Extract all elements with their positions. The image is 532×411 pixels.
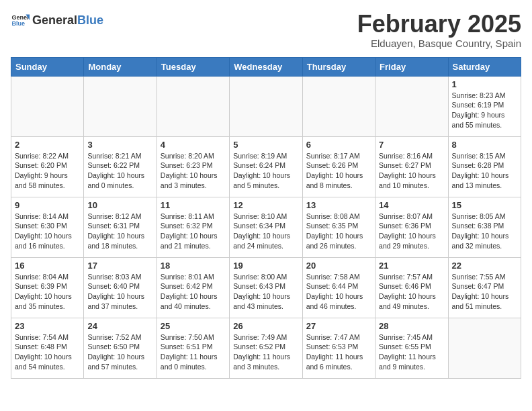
weekday-header-thursday: Thursday xyxy=(302,57,375,76)
day-number: 25 xyxy=(161,321,226,331)
day-number: 9 xyxy=(15,200,80,210)
day-info: Sunrise: 8:20 AM Sunset: 6:23 PM Dayligh… xyxy=(161,151,226,191)
day-info: Sunrise: 8:23 AM Sunset: 6:19 PM Dayligh… xyxy=(452,91,517,130)
day-info: Sunrise: 8:10 AM Sunset: 6:34 PM Dayligh… xyxy=(233,212,298,251)
day-number: 7 xyxy=(379,140,444,150)
day-info: Sunrise: 8:14 AM Sunset: 6:30 PM Dayligh… xyxy=(15,212,80,251)
calendar-cell: 13Sunrise: 8:08 AM Sunset: 6:35 PM Dayli… xyxy=(302,197,375,257)
logo-icon: General Blue xyxy=(11,11,30,30)
logo: General Blue GeneralBlue xyxy=(11,11,103,30)
calendar-cell: 5Sunrise: 8:19 AM Sunset: 6:24 PM Daylig… xyxy=(230,136,302,197)
calendar-week-5: 23Sunrise: 7:54 AM Sunset: 6:48 PM Dayli… xyxy=(11,318,521,378)
day-number: 28 xyxy=(379,321,444,331)
calendar-cell: 18Sunrise: 8:01 AM Sunset: 6:42 PM Dayli… xyxy=(157,257,229,318)
calendar-cell xyxy=(448,318,521,378)
day-info: Sunrise: 7:45 AM Sunset: 6:55 PM Dayligh… xyxy=(379,332,444,372)
day-number: 17 xyxy=(87,261,152,271)
day-info: Sunrise: 7:54 AM Sunset: 6:48 PM Dayligh… xyxy=(15,332,80,372)
calendar-cell: 21Sunrise: 7:57 AM Sunset: 6:46 PM Dayli… xyxy=(375,257,448,318)
calendar-cell: 27Sunrise: 7:47 AM Sunset: 6:53 PM Dayli… xyxy=(302,318,375,378)
day-info: Sunrise: 8:07 AM Sunset: 6:36 PM Dayligh… xyxy=(379,212,444,251)
day-info: Sunrise: 7:57 AM Sunset: 6:46 PM Dayligh… xyxy=(379,272,444,312)
day-number: 12 xyxy=(233,200,298,210)
day-number: 5 xyxy=(233,140,298,150)
day-info: Sunrise: 8:22 AM Sunset: 6:20 PM Dayligh… xyxy=(15,151,80,191)
month-title: February 2025 xyxy=(357,11,521,38)
day-number: 22 xyxy=(452,261,517,271)
calendar-cell xyxy=(11,76,84,136)
calendar-cell: 3Sunrise: 8:21 AM Sunset: 6:22 PM Daylig… xyxy=(84,136,157,197)
page-header: General Blue GeneralBlue February 2025 E… xyxy=(11,11,521,49)
day-info: Sunrise: 8:08 AM Sunset: 6:35 PM Dayligh… xyxy=(306,212,371,251)
logo-text-general: General xyxy=(32,13,77,28)
day-number: 4 xyxy=(161,140,226,150)
day-info: Sunrise: 8:19 AM Sunset: 6:24 PM Dayligh… xyxy=(233,151,298,191)
calendar-cell: 9Sunrise: 8:14 AM Sunset: 6:30 PM Daylig… xyxy=(11,197,84,257)
calendar-cell xyxy=(375,76,448,136)
day-info: Sunrise: 7:49 AM Sunset: 6:52 PM Dayligh… xyxy=(233,332,298,372)
day-info: Sunrise: 7:52 AM Sunset: 6:50 PM Dayligh… xyxy=(87,332,152,372)
day-number: 23 xyxy=(15,321,80,331)
weekday-header-monday: Monday xyxy=(84,57,157,76)
calendar-cell: 1Sunrise: 8:23 AM Sunset: 6:19 PM Daylig… xyxy=(448,76,521,136)
weekday-header-row: SundayMondayTuesdayWednesdayThursdayFrid… xyxy=(11,57,521,76)
calendar-cell xyxy=(302,76,375,136)
calendar-week-4: 16Sunrise: 8:04 AM Sunset: 6:39 PM Dayli… xyxy=(11,257,521,318)
day-number: 24 xyxy=(87,321,152,331)
calendar-cell xyxy=(157,76,229,136)
calendar-cell xyxy=(84,76,157,136)
calendar-week-3: 9Sunrise: 8:14 AM Sunset: 6:30 PM Daylig… xyxy=(11,197,521,257)
day-info: Sunrise: 8:17 AM Sunset: 6:26 PM Dayligh… xyxy=(306,151,371,191)
calendar-table: SundayMondayTuesdayWednesdayThursdayFrid… xyxy=(11,57,521,379)
day-number: 13 xyxy=(306,200,371,210)
calendar-cell: 26Sunrise: 7:49 AM Sunset: 6:52 PM Dayli… xyxy=(230,318,302,378)
calendar-cell: 12Sunrise: 8:10 AM Sunset: 6:34 PM Dayli… xyxy=(230,197,302,257)
title-area: February 2025 Elduayen, Basque Country, … xyxy=(357,11,521,49)
day-info: Sunrise: 8:16 AM Sunset: 6:27 PM Dayligh… xyxy=(379,151,444,191)
location-title: Elduayen, Basque Country, Spain xyxy=(357,38,521,49)
day-info: Sunrise: 8:21 AM Sunset: 6:22 PM Dayligh… xyxy=(87,151,152,191)
calendar-cell: 7Sunrise: 8:16 AM Sunset: 6:27 PM Daylig… xyxy=(375,136,448,197)
day-info: Sunrise: 8:12 AM Sunset: 6:31 PM Dayligh… xyxy=(87,212,152,251)
calendar-cell: 16Sunrise: 8:04 AM Sunset: 6:39 PM Dayli… xyxy=(11,257,84,318)
weekday-header-saturday: Saturday xyxy=(448,57,521,76)
calendar-cell: 25Sunrise: 7:50 AM Sunset: 6:51 PM Dayli… xyxy=(157,318,229,378)
day-number: 3 xyxy=(87,140,152,150)
day-info: Sunrise: 7:47 AM Sunset: 6:53 PM Dayligh… xyxy=(306,332,371,372)
calendar-week-1: 1Sunrise: 8:23 AM Sunset: 6:19 PM Daylig… xyxy=(11,76,521,136)
svg-text:Blue: Blue xyxy=(11,20,25,27)
weekday-header-friday: Friday xyxy=(375,57,448,76)
calendar-week-2: 2Sunrise: 8:22 AM Sunset: 6:20 PM Daylig… xyxy=(11,136,521,197)
day-info: Sunrise: 7:55 AM Sunset: 6:47 PM Dayligh… xyxy=(452,272,517,312)
day-info: Sunrise: 8:04 AM Sunset: 6:39 PM Dayligh… xyxy=(15,272,80,312)
day-info: Sunrise: 7:50 AM Sunset: 6:51 PM Dayligh… xyxy=(161,332,226,372)
day-number: 10 xyxy=(87,200,152,210)
calendar-cell: 28Sunrise: 7:45 AM Sunset: 6:55 PM Dayli… xyxy=(375,318,448,378)
day-info: Sunrise: 8:05 AM Sunset: 6:38 PM Dayligh… xyxy=(452,212,517,251)
weekday-header-wednesday: Wednesday xyxy=(230,57,302,76)
calendar-cell xyxy=(230,76,302,136)
day-info: Sunrise: 7:58 AM Sunset: 6:44 PM Dayligh… xyxy=(306,272,371,312)
calendar-cell: 23Sunrise: 7:54 AM Sunset: 6:48 PM Dayli… xyxy=(11,318,84,378)
day-number: 8 xyxy=(452,140,517,150)
day-number: 14 xyxy=(379,200,444,210)
calendar-cell: 11Sunrise: 8:11 AM Sunset: 6:32 PM Dayli… xyxy=(157,197,229,257)
day-number: 18 xyxy=(161,261,226,271)
calendar-cell: 17Sunrise: 8:03 AM Sunset: 6:40 PM Dayli… xyxy=(84,257,157,318)
day-number: 26 xyxy=(233,321,298,331)
calendar-cell: 10Sunrise: 8:12 AM Sunset: 6:31 PM Dayli… xyxy=(84,197,157,257)
calendar-cell: 22Sunrise: 7:55 AM Sunset: 6:47 PM Dayli… xyxy=(448,257,521,318)
logo-text-blue: Blue xyxy=(77,13,103,28)
day-number: 27 xyxy=(306,321,371,331)
weekday-header-sunday: Sunday xyxy=(11,57,84,76)
day-number: 6 xyxy=(306,140,371,150)
calendar-cell: 14Sunrise: 8:07 AM Sunset: 6:36 PM Dayli… xyxy=(375,197,448,257)
calendar-cell: 20Sunrise: 7:58 AM Sunset: 6:44 PM Dayli… xyxy=(302,257,375,318)
day-number: 16 xyxy=(15,261,80,271)
day-number: 2 xyxy=(15,140,80,150)
day-info: Sunrise: 8:11 AM Sunset: 6:32 PM Dayligh… xyxy=(161,212,226,251)
calendar-cell: 19Sunrise: 8:00 AM Sunset: 6:43 PM Dayli… xyxy=(230,257,302,318)
calendar-cell: 15Sunrise: 8:05 AM Sunset: 6:38 PM Dayli… xyxy=(448,197,521,257)
day-info: Sunrise: 8:03 AM Sunset: 6:40 PM Dayligh… xyxy=(87,272,152,312)
calendar-cell: 24Sunrise: 7:52 AM Sunset: 6:50 PM Dayli… xyxy=(84,318,157,378)
